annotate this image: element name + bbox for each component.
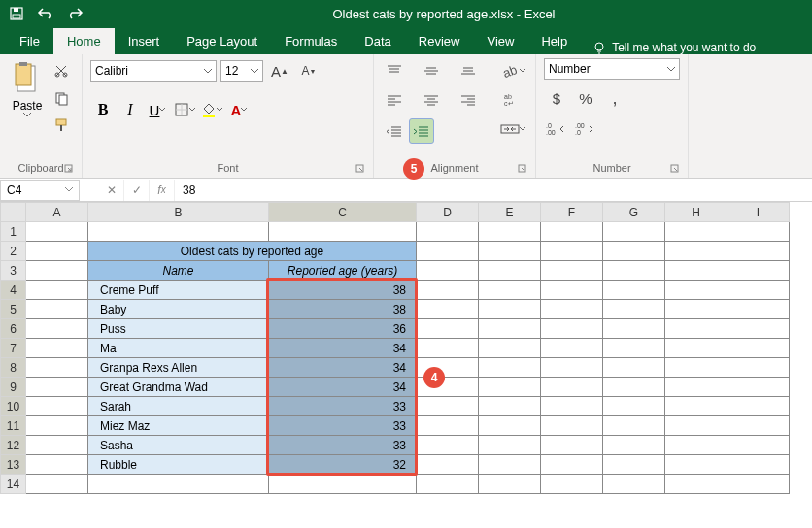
column-header[interactable]: D — [417, 203, 479, 222]
cell[interactable] — [665, 416, 727, 436]
cell[interactable] — [603, 378, 665, 397]
cell[interactable] — [417, 222, 479, 242]
cell[interactable] — [541, 416, 603, 436]
cell[interactable]: Oldest cats by reported age — [88, 242, 417, 261]
cell[interactable] — [603, 319, 665, 339]
cell[interactable] — [727, 416, 790, 436]
row-header[interactable]: 9 — [1, 378, 26, 397]
cell[interactable] — [26, 455, 88, 475]
column-header[interactable]: I — [727, 203, 790, 222]
wrap-text-icon[interactable]: abc↵ — [498, 87, 527, 113]
undo-icon[interactable] — [37, 5, 54, 22]
cell[interactable] — [541, 222, 603, 242]
cell[interactable] — [665, 319, 727, 339]
font-size-select[interactable]: 12 — [220, 60, 263, 82]
cell[interactable] — [727, 319, 790, 339]
cell[interactable] — [727, 397, 790, 416]
cell[interactable] — [603, 261, 665, 280]
tab-data[interactable]: Data — [351, 28, 404, 54]
cell[interactable] — [479, 280, 541, 300]
row-header[interactable]: 14 — [1, 475, 26, 494]
cell[interactable] — [26, 436, 88, 455]
align-middle-icon[interactable] — [419, 58, 444, 83]
cell[interactable] — [26, 300, 88, 319]
cell[interactable] — [26, 280, 88, 300]
cell[interactable] — [417, 475, 479, 494]
tab-home[interactable]: Home — [53, 28, 115, 54]
cell[interactable] — [727, 261, 790, 280]
cell[interactable] — [417, 416, 479, 436]
row-header[interactable]: 7 — [1, 339, 26, 358]
font-color-icon[interactable]: A — [226, 97, 252, 122]
cell[interactable]: 33 — [269, 397, 417, 416]
cell[interactable] — [603, 475, 665, 494]
cut-icon[interactable] — [49, 58, 74, 83]
increase-font-icon[interactable]: A▲ — [267, 58, 292, 83]
cell[interactable] — [603, 436, 665, 455]
underline-button[interactable]: U — [145, 97, 170, 122]
cell[interactable] — [727, 242, 790, 261]
cell[interactable] — [26, 358, 88, 378]
cell[interactable] — [665, 358, 727, 378]
select-all-corner[interactable] — [1, 203, 26, 222]
cell[interactable] — [727, 475, 790, 494]
font-name-select[interactable]: Calibri — [90, 60, 217, 82]
align-center-icon[interactable] — [419, 87, 444, 113]
row-header[interactable]: 10 — [1, 397, 26, 416]
cell[interactable] — [665, 455, 727, 475]
tab-page-layout[interactable]: Page Layout — [173, 28, 271, 54]
cell[interactable] — [603, 339, 665, 358]
cell[interactable] — [479, 455, 541, 475]
cell[interactable] — [417, 455, 479, 475]
cell[interactable]: Baby — [88, 300, 269, 319]
cell[interactable] — [727, 222, 790, 242]
fill-color-icon[interactable] — [199, 97, 224, 122]
column-header[interactable]: H — [665, 203, 727, 222]
cell[interactable] — [727, 378, 790, 397]
column-header[interactable]: B — [88, 203, 269, 222]
cell[interactable]: Name — [88, 261, 269, 280]
cell[interactable]: 34 — [269, 339, 417, 358]
cell[interactable] — [417, 436, 479, 455]
copy-icon[interactable] — [49, 85, 74, 111]
cell[interactable] — [541, 378, 603, 397]
column-header[interactable]: A — [26, 203, 88, 222]
merge-center-icon[interactable] — [498, 116, 527, 142]
cell[interactable] — [88, 475, 269, 494]
cell[interactable] — [541, 242, 603, 261]
cell[interactable] — [541, 455, 603, 475]
tab-formulas[interactable]: Formulas — [271, 28, 351, 54]
align-bottom-icon[interactable] — [456, 58, 481, 83]
cell[interactable] — [665, 475, 727, 494]
cell[interactable] — [479, 436, 541, 455]
cell[interactable]: Creme Puff — [88, 280, 269, 300]
cell[interactable] — [603, 416, 665, 436]
font-dialog-launcher-icon[interactable] — [355, 164, 365, 174]
cell[interactable]: 34 — [269, 378, 417, 397]
fx-icon[interactable]: fx — [150, 180, 175, 201]
cell[interactable]: 33 — [269, 416, 417, 436]
cell[interactable] — [541, 436, 603, 455]
clipboard-dialog-launcher-icon[interactable] — [64, 164, 74, 174]
row-header[interactable]: 12 — [1, 436, 26, 455]
cell[interactable] — [665, 436, 727, 455]
increase-decimal-icon[interactable]: .0.00 — [544, 116, 569, 142]
cell[interactable] — [479, 300, 541, 319]
cell[interactable] — [541, 280, 603, 300]
cell[interactable] — [541, 358, 603, 378]
percent-format-icon[interactable]: % — [573, 85, 598, 111]
cell[interactable] — [26, 319, 88, 339]
column-header[interactable]: E — [479, 203, 541, 222]
cell[interactable] — [603, 300, 665, 319]
cell[interactable]: Reported age (years) — [269, 261, 417, 280]
decrease-decimal-icon[interactable]: .00.0 — [573, 116, 598, 142]
align-right-icon[interactable] — [456, 87, 481, 113]
cancel-formula-icon[interactable]: ✕ — [99, 180, 124, 201]
italic-button[interactable]: I — [118, 97, 143, 122]
row-header[interactable]: 13 — [1, 455, 26, 475]
cell[interactable] — [26, 242, 88, 261]
cell[interactable] — [665, 378, 727, 397]
cell[interactable] — [417, 242, 479, 261]
tab-help[interactable]: Help — [527, 28, 581, 54]
enter-formula-icon[interactable]: ✓ — [124, 180, 150, 201]
